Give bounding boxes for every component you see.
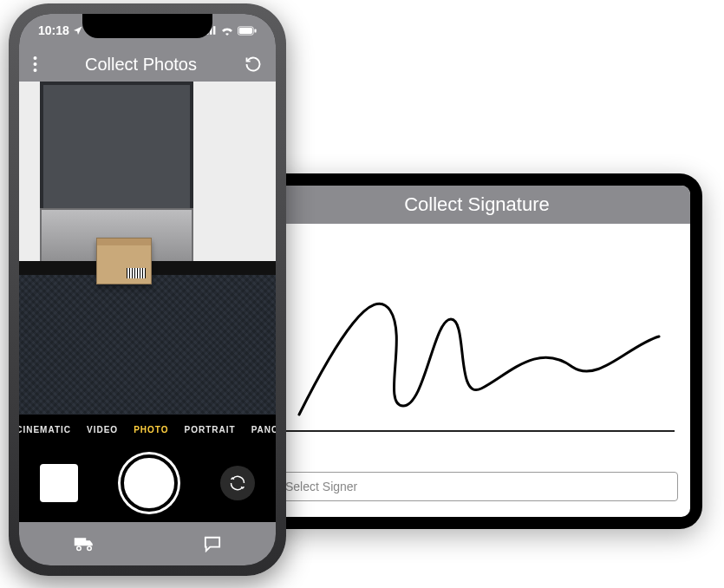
- wifi-icon: [220, 25, 234, 36]
- app-title: Collect Photos: [37, 55, 245, 75]
- mode-photo[interactable]: PHOTO: [134, 425, 168, 434]
- mode-portrait[interactable]: PORTRAIT: [185, 425, 236, 434]
- location-icon: [73, 25, 83, 36]
- status-time: 10:18: [38, 23, 69, 37]
- svg-rect-5: [239, 28, 252, 34]
- battery-icon: [238, 26, 257, 36]
- tablet-title: Collect Signature: [404, 193, 550, 216]
- mode-cinematic[interactable]: CINEMATIC: [19, 425, 71, 434]
- camera-mode-row[interactable]: CINEMATIC VIDEO PHOTO PORTRAIT PANO: [19, 415, 276, 444]
- phone-screen: 10:18 Collect Photos: [19, 14, 276, 565]
- signature-stroke: [281, 258, 673, 432]
- mode-video[interactable]: VIDEO: [87, 425, 118, 434]
- flip-camera-button[interactable]: [220, 466, 255, 500]
- tablet-header: Collect Signature: [264, 186, 690, 224]
- svg-rect-3: [213, 26, 215, 35]
- svg-point-10: [76, 546, 81, 551]
- nav-messages[interactable]: [203, 535, 222, 552]
- shutter-button[interactable]: [121, 454, 178, 512]
- flip-camera-icon: [229, 474, 246, 492]
- signature-baseline: [279, 430, 675, 432]
- app-header: Collect Photos: [19, 47, 276, 82]
- select-signer-placeholder: Select Signer: [285, 480, 357, 493]
- refresh-icon: [245, 56, 262, 73]
- refresh-button[interactable]: [245, 56, 262, 73]
- tablet-screen: Collect Signature Select Signer: [264, 186, 690, 517]
- last-photo-thumbnail[interactable]: [40, 464, 78, 502]
- truck-icon: [74, 536, 95, 552]
- svg-point-7: [34, 56, 37, 60]
- tablet-device: Collect Signature Select Signer: [251, 173, 702, 529]
- camera-controls: [19, 444, 276, 522]
- mode-pano[interactable]: PANO: [251, 425, 276, 434]
- phone-device: 10:18 Collect Photos: [9, 3, 286, 576]
- nav-deliveries[interactable]: [74, 536, 95, 552]
- select-signer-field[interactable]: Select Signer: [276, 472, 678, 501]
- svg-point-8: [34, 62, 37, 66]
- svg-point-9: [34, 69, 37, 72]
- phone-notch: [82, 14, 212, 38]
- scene-package: [96, 238, 152, 284]
- scene-floor: [19, 275, 276, 415]
- camera-viewfinder[interactable]: [19, 82, 276, 415]
- svg-rect-6: [254, 29, 256, 32]
- bottom-nav: [19, 522, 276, 565]
- chat-icon: [203, 535, 222, 552]
- signature-canvas[interactable]: [264, 224, 690, 472]
- svg-point-11: [87, 546, 91, 551]
